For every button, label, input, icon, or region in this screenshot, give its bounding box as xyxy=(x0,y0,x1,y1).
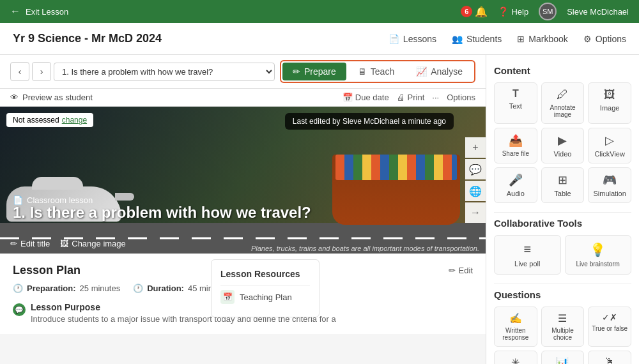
options-icon: ⚙ xyxy=(583,34,592,44)
mind-map-icon: ✳ xyxy=(511,356,520,364)
preview-bar: 👁 Preview as student 📅 Due date 🖨 Print … xyxy=(0,89,486,107)
user-name: Sleve McDichael xyxy=(567,7,629,17)
true-false-icon: ✓✗ xyxy=(602,312,617,322)
analyse-icon: 📈 xyxy=(416,66,427,77)
duration-label: Duration: xyxy=(147,284,184,293)
video-icon: ▶ xyxy=(558,133,567,148)
lesson-select[interactable]: 1. Is there a problem with how we travel… xyxy=(54,63,275,81)
content-section-title: Content xyxy=(494,65,631,76)
arrow-button[interactable]: → xyxy=(465,202,486,223)
audio-icon: 🎤 xyxy=(509,173,523,187)
edit-title-label: Edit title xyxy=(20,239,50,248)
live-brainstorm-icon: 💡 xyxy=(590,242,606,257)
help-label: Help xyxy=(511,7,528,17)
content-audio[interactable]: 🎤 Audio xyxy=(494,167,537,203)
not-assessed-label: Not assessed xyxy=(13,116,59,125)
hero-image: Not assessed change Last edited by Sleve… xyxy=(0,107,486,254)
markbook-icon: ⊞ xyxy=(517,34,525,44)
edit-title-button[interactable]: ✏ Edit title xyxy=(10,239,50,248)
preview-right: 📅 Due date 🖨 Print ··· Options xyxy=(343,93,475,102)
due-date-button[interactable]: 📅 Due date xyxy=(343,93,389,102)
help-icon: ❓ xyxy=(498,6,509,17)
content-video[interactable]: ▶ Video xyxy=(541,128,585,163)
share-label: Share file xyxy=(502,150,529,157)
live-brainstorm-label: Live brainstorm xyxy=(576,261,620,268)
table-icon: ⊞ xyxy=(558,173,567,187)
analyse-label: Analyse xyxy=(431,66,463,77)
graph-icon: 📊 xyxy=(556,356,569,364)
change-image-button[interactable]: 🖼 Change image xyxy=(60,239,126,248)
edit-icon: ✏ xyxy=(10,239,17,248)
content-image[interactable]: 🖼 Image xyxy=(588,82,631,124)
prepare-icon: ✏ xyxy=(293,66,300,77)
options-label: Options xyxy=(596,34,626,44)
plus-button[interactable]: + xyxy=(465,137,486,158)
lesson-plan: Lesson Plan ✏ Edit 🕐 Preparation: 25 min… xyxy=(0,254,486,334)
exit-lesson-button[interactable]: ← Exit Lesson xyxy=(10,6,68,17)
lesson-nav: ‹ › 1. Is there a problem with how we tr… xyxy=(10,62,275,81)
true-false-label: True or false xyxy=(592,325,627,332)
question-interactive-canvas[interactable]: 🖱 Interactive canvas xyxy=(588,351,631,364)
multiple-choice-label: Multiple choice xyxy=(544,327,581,341)
teaching-plan-label: Teaching Plan xyxy=(240,292,292,302)
students-label: Students xyxy=(466,34,502,44)
due-date-label: Due date xyxy=(355,93,389,102)
nav-lessons[interactable]: 📄 Lessons xyxy=(389,34,436,44)
collab-live-brainstorm[interactable]: 💡 Live brainstorm xyxy=(565,235,632,275)
preview-label[interactable]: Preview as student xyxy=(22,93,93,102)
tab-prepare[interactable]: ✏ Prepare xyxy=(282,63,346,80)
change-assessment-link[interactable]: change xyxy=(62,116,87,125)
collab-section-title: Collaborative Tools xyxy=(494,218,631,229)
preview-left: 👁 Preview as student xyxy=(10,93,93,102)
more-options-button[interactable]: ··· xyxy=(432,93,439,102)
teach-label: Teach xyxy=(371,66,394,77)
next-lesson-button[interactable]: › xyxy=(32,62,51,81)
globe-button[interactable]: 🌐 xyxy=(465,181,486,201)
teaching-plan-item[interactable]: 📅 Teaching Plan xyxy=(220,285,310,308)
content-simulation[interactable]: 🎮 Simulation xyxy=(588,167,631,203)
collab-live-poll[interactable]: ≡ Live poll xyxy=(494,235,561,275)
print-button[interactable]: 🖨 Print xyxy=(397,93,425,102)
markbook-label: Markbook xyxy=(528,34,567,44)
tab-teach[interactable]: 🖥 Teach xyxy=(348,63,404,80)
content-share-file[interactable]: 📤 Share file xyxy=(494,128,537,163)
lesson-toolbar: ‹ › 1. Is there a problem with how we tr… xyxy=(0,55,486,89)
content-annotate-image[interactable]: 🖊 Annotate image xyxy=(541,82,585,124)
notification-badge[interactable]: 6 🔔 xyxy=(461,6,488,18)
help-button[interactable]: ❓ Help xyxy=(498,6,528,17)
question-true-false[interactable]: ✓✗ True or false xyxy=(588,307,631,347)
nav-options[interactable]: ⚙ Options xyxy=(583,34,626,44)
content-table[interactable]: ⊞ Table xyxy=(541,167,585,203)
nav-students[interactable]: 👥 Students xyxy=(452,34,502,44)
question-multiple-choice[interactable]: ☰ Multiple choice xyxy=(541,307,585,347)
exit-lesson-label: Exit Lesson xyxy=(26,7,68,17)
questions-section-title: Questions xyxy=(494,289,631,300)
simulation-icon: 🎮 xyxy=(603,173,617,187)
simulation-label: Simulation xyxy=(593,190,626,197)
options-button[interactable]: Options xyxy=(447,93,475,102)
secondary-nav-links: 📄 Lessons 👥 Students ⊞ Markbook ⚙ Option… xyxy=(389,34,626,44)
lesson-plan-edit-button[interactable]: ✏ Edit xyxy=(449,266,473,275)
avatar[interactable]: SM xyxy=(539,3,557,20)
clock-icon: 🕐 xyxy=(13,284,23,293)
text-icon: T xyxy=(512,88,519,100)
live-poll-icon: ≡ xyxy=(523,242,531,257)
image-label: Image xyxy=(600,104,620,112)
teach-icon: 🖥 xyxy=(358,66,367,77)
question-mind-map[interactable]: ✳ Mind map xyxy=(494,351,537,364)
audio-label: Audio xyxy=(507,190,525,197)
prev-lesson-button[interactable]: ‹ xyxy=(10,62,29,81)
bottom-panel: 💬 Lesson Purpose Introduce students to a… xyxy=(13,302,473,324)
comment-button[interactable]: 💬 xyxy=(465,159,486,179)
question-graph[interactable]: 📊 Graph xyxy=(541,351,585,364)
question-written-response[interactable]: ✍ Written response xyxy=(494,307,537,347)
nav-markbook[interactable]: ⊞ Markbook xyxy=(517,34,567,44)
content-clickview[interactable]: ▷ ClickView xyxy=(588,128,631,163)
not-assessed-badge: Not assessed change xyxy=(6,113,93,127)
lesson-plan-title: Lesson Plan xyxy=(13,264,81,277)
content-text[interactable]: T Text xyxy=(494,82,537,124)
calendar-icon: 📅 xyxy=(343,93,353,102)
image-icon: 🖼 xyxy=(604,88,615,102)
tab-analyse[interactable]: 📈 Analyse xyxy=(406,63,473,80)
bell-icon[interactable]: 🔔 xyxy=(475,6,488,18)
